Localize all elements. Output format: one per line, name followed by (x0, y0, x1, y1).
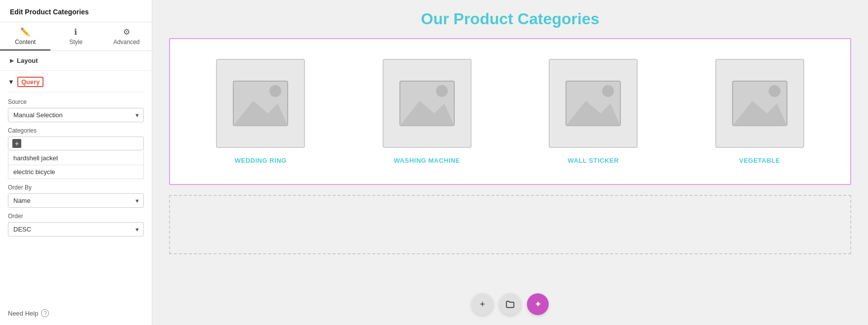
product-name-2: WALL STICKER (568, 157, 619, 164)
help-icon: ? (41, 309, 49, 317)
product-image-1 (383, 59, 472, 148)
svg-point-1 (269, 85, 281, 97)
tab-advanced[interactable]: ⚙ Advanced (101, 22, 152, 50)
query-section: ▼ Query Source Manual Selection All Cate… (0, 71, 152, 244)
order-label: Order (8, 213, 144, 220)
tab-style[interactable]: ℹ Style (50, 22, 101, 50)
product-name-3: VEGETABLE (739, 157, 780, 164)
left-panel: Edit Product Categories ✏️ Content ℹ Sty… (0, 0, 152, 325)
layout-section: ▶ Layout (0, 51, 152, 71)
product-card-0: WEDDING RING (185, 59, 337, 164)
floating-buttons: + ✦ (472, 293, 549, 315)
tab-content[interactable]: ✏️ Content (0, 22, 50, 50)
query-header[interactable]: ▼ Query (8, 71, 144, 93)
order-select[interactable]: DESC ASC (8, 222, 144, 236)
need-help[interactable]: Need Help ? (0, 301, 57, 325)
product-grid-container: WEDDING RING WASHING MACHINE (169, 38, 851, 185)
svg-point-4 (436, 85, 448, 97)
product-card-1: WASHING MACHINE (351, 59, 503, 164)
order-by-label: Order By (8, 184, 144, 191)
order-select-wrapper: DESC ASC ▼ (8, 222, 144, 236)
categories-section: Categories + hardshell jacket electric b… (8, 127, 144, 179)
panel-title: Edit Product Categories (0, 0, 152, 22)
category-option-hardshell[interactable]: hardshell jacket (8, 151, 144, 165)
product-grid: WEDDING RING WASHING MACHINE (185, 59, 835, 164)
source-select-wrapper: Manual Selection All Categories By ID ▼ (8, 108, 144, 122)
product-name-0: WEDDING RING (235, 157, 287, 164)
add-block-button[interactable]: + (472, 293, 493, 315)
categories-input-row: + (8, 137, 144, 150)
categories-label: Categories (8, 127, 144, 134)
layout-arrow: ▶ (10, 58, 14, 63)
order-by-select[interactable]: Name ID Count Modified (8, 193, 144, 208)
order-by-select-wrapper: Name ID Count Modified ▼ (8, 193, 144, 208)
info-icon: ℹ (74, 27, 77, 37)
product-name-1: WASHING MACHINE (394, 157, 460, 164)
right-panel: Our Product Categories WEDDING RING (152, 0, 868, 325)
svg-point-7 (602, 85, 614, 97)
category-option-electric[interactable]: electric bicycle (8, 165, 144, 179)
edit-icon: ✏️ (20, 27, 30, 37)
query-label: Query (17, 77, 44, 87)
categories-add-button[interactable]: + (12, 139, 21, 148)
folder-button[interactable] (499, 293, 521, 315)
magic-button[interactable]: ✦ (527, 293, 549, 315)
tab-bar: ✏️ Content ℹ Style ⚙ Advanced (0, 22, 152, 51)
product-image-0 (216, 59, 305, 148)
gear-icon: ⚙ (123, 27, 130, 37)
empty-drop-section (169, 195, 851, 254)
source-select[interactable]: Manual Selection All Categories By ID (8, 108, 144, 122)
layout-section-header[interactable]: ▶ Layout (0, 51, 152, 71)
preview-title: Our Product Categories (421, 10, 600, 28)
product-image-2 (549, 59, 638, 148)
query-arrow: ▼ (8, 78, 14, 86)
svg-point-10 (769, 85, 781, 97)
product-card-2: WALL STICKER (518, 59, 669, 164)
categories-text-input[interactable] (24, 140, 139, 147)
source-label: Source (8, 98, 144, 105)
product-image-3 (715, 59, 804, 148)
product-card-3: VEGETABLE (684, 59, 836, 164)
